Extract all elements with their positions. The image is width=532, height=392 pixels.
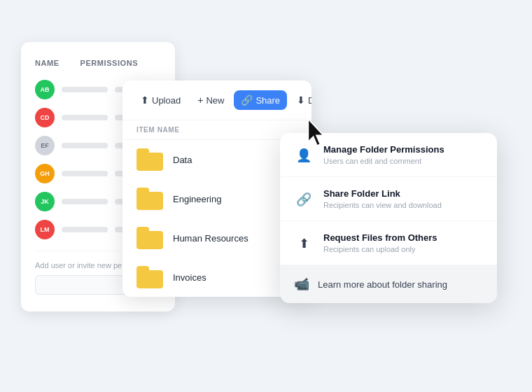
avatar-lm: LM [35, 220, 55, 239]
file-name-engineering: Engineering [173, 194, 221, 204]
perm-bar-cd [62, 115, 108, 120]
share-link-title: Share Folder Link [323, 188, 442, 199]
avatar-ef: EF [35, 136, 55, 155]
share-link-desc: Recipients can view and download [323, 201, 442, 209]
perm-bar-lm [62, 227, 108, 232]
perm-bar-jk [62, 199, 108, 204]
file-name-data: Data [173, 155, 192, 165]
dropdown-item-share-link[interactable]: 🔗 Share Folder Link Recipients can view … [280, 177, 497, 221]
folder-icon [136, 188, 163, 210]
share-icon: 🔗 [241, 94, 253, 106]
share-button[interactable]: 🔗 Share [234, 90, 287, 110]
avatar-jk: JK [35, 192, 55, 211]
perm-bar-ef [62, 143, 108, 148]
upload-icon: ⬆ [141, 94, 149, 106]
avatar-gh: GH [35, 164, 55, 183]
request-files-text: Request Files from Others Recipients can… [323, 232, 438, 253]
perm-bar-ab [62, 87, 108, 92]
toolbar: ⬆ Upload + New 🔗 Share ⬇ Download More ▾ [122, 80, 312, 120]
learn-more-text: Learn more about folder sharing [318, 279, 447, 290]
avatar-cd: CD [35, 108, 55, 127]
upload-button[interactable]: ⬆ Upload [134, 90, 188, 110]
share-link-text: Share Folder Link Recipients can view an… [323, 188, 442, 209]
col-header-name: NAME [35, 59, 59, 67]
dropdown-item-request-files[interactable]: ⬆ Request Files from Others Recipients c… [280, 221, 497, 265]
share-link-icon: 🔗 [294, 190, 314, 209]
video-icon: 📹 [294, 276, 309, 292]
avatar-ab: AB [35, 80, 55, 99]
manage-permissions-desc: Users can edit and comment [323, 157, 444, 165]
file-name-invoices: Invoices [173, 272, 206, 283]
download-icon: ⬇ [297, 94, 305, 106]
plus-icon: + [197, 94, 203, 106]
folder-icon [136, 266, 163, 288]
file-name-human-resources: Human Resources [173, 233, 248, 244]
request-files-icon: ⬆ [294, 234, 314, 253]
perm-bar-gh [62, 171, 108, 176]
folder-icon [136, 148, 163, 171]
learn-more-section[interactable]: 📹 Learn more about folder sharing [280, 265, 497, 303]
request-files-desc: Recipients can upload only [323, 245, 438, 253]
new-button[interactable]: + New [190, 90, 231, 110]
manage-permissions-text: Manage Folder Permissions Users can edit… [323, 144, 444, 165]
col-header-permissions: PERMISSIONS [80, 59, 138, 67]
download-button[interactable]: ⬇ Download [290, 90, 312, 110]
manage-permissions-icon: 👤 [294, 146, 314, 165]
dropdown-menu: 👤 Manage Folder Permissions Users can ed… [280, 133, 497, 303]
request-files-title: Request Files from Others [323, 232, 438, 243]
folder-icon [136, 227, 163, 249]
manage-permissions-title: Manage Folder Permissions [323, 144, 444, 155]
